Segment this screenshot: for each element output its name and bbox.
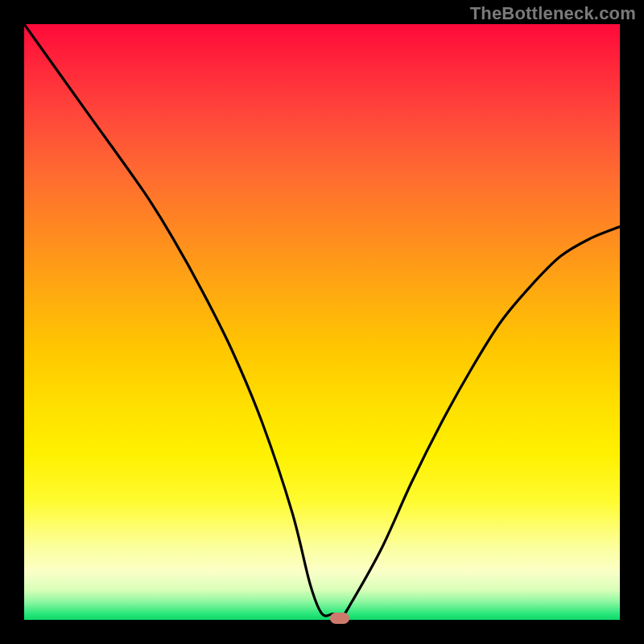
chart-frame: TheBottleneck.com — [0, 0, 644, 644]
minimum-marker-icon — [330, 613, 349, 624]
bottleneck-curve — [24, 24, 620, 620]
plot-area — [24, 24, 620, 620]
watermark-label: TheBottleneck.com — [470, 3, 636, 24]
